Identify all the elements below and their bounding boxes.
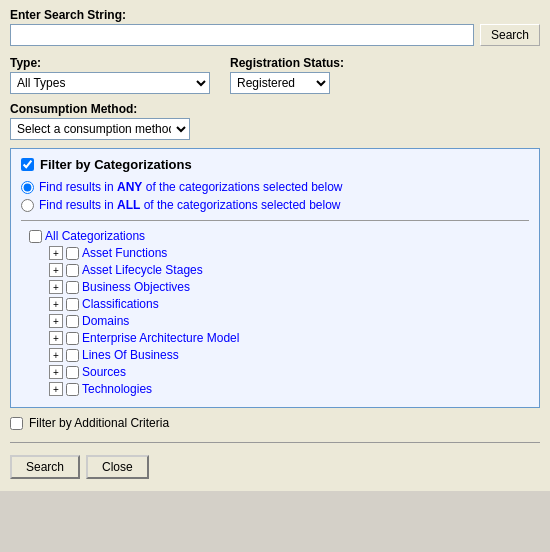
- search-bottom-button[interactable]: Search: [10, 455, 80, 479]
- tree-item: + Classifications: [49, 297, 529, 311]
- bottom-divider: [10, 442, 540, 443]
- registration-status-select[interactable]: Registered Unregistered Any: [230, 72, 330, 94]
- tree-item: + Enterprise Architecture Model: [49, 331, 529, 345]
- tree-item: + Asset Functions: [49, 246, 529, 260]
- search-string-label: Enter Search String:: [10, 8, 540, 22]
- tree-item: + Sources: [49, 365, 529, 379]
- expand-icon[interactable]: +: [49, 263, 63, 277]
- tree-item-link[interactable]: Lines Of Business: [82, 348, 179, 362]
- radio-all-label: Find results in ALL of the categorizatio…: [39, 198, 340, 212]
- tree-checkbox[interactable]: [66, 315, 79, 328]
- search-input-row: Search: [10, 24, 540, 46]
- tree-item: + Technologies: [49, 382, 529, 396]
- tree-checkbox[interactable]: [66, 349, 79, 362]
- close-button[interactable]: Close: [86, 455, 149, 479]
- tree-checkbox[interactable]: [66, 366, 79, 379]
- type-registration-row: Type: All Types Type A Type B Registrati…: [10, 56, 540, 94]
- expand-icon[interactable]: +: [49, 365, 63, 379]
- tree-checkbox[interactable]: [66, 247, 79, 260]
- tree-root-link[interactable]: All Categorizations: [45, 229, 145, 243]
- filter-categorizations-box: Filter by Categorizations Find results i…: [10, 148, 540, 408]
- divider: [21, 220, 529, 221]
- tree-item-link[interactable]: Classifications: [82, 297, 159, 311]
- filter-additional-label: Filter by Additional Criteria: [29, 416, 169, 430]
- registration-status-label: Registration Status:: [230, 56, 344, 70]
- type-select[interactable]: All Types Type A Type B: [10, 72, 210, 94]
- filter-additional-checkbox[interactable]: [10, 417, 23, 430]
- expand-icon[interactable]: +: [49, 314, 63, 328]
- consumption-method-label: Consumption Method:: [10, 102, 540, 116]
- expand-icon[interactable]: +: [49, 297, 63, 311]
- radio-all[interactable]: [21, 199, 34, 212]
- filter-additional-row: Filter by Additional Criteria: [10, 416, 540, 430]
- search-top-button[interactable]: Search: [480, 24, 540, 46]
- filter-cat-title: Filter by Categorizations: [40, 157, 192, 172]
- expand-icon[interactable]: +: [49, 382, 63, 396]
- search-input[interactable]: [10, 24, 474, 46]
- tree-item: + Lines Of Business: [49, 348, 529, 362]
- expand-icon[interactable]: +: [49, 331, 63, 345]
- filter-cat-header: Filter by Categorizations: [21, 157, 529, 172]
- tree-item: + Asset Lifecycle Stages: [49, 263, 529, 277]
- radio-all-row: Find results in ALL of the categorizatio…: [21, 198, 529, 212]
- type-label: Type:: [10, 56, 210, 70]
- tree-item-link[interactable]: Domains: [82, 314, 129, 328]
- consumption-method-row: Consumption Method: Select a consumption…: [10, 102, 540, 140]
- registration-status-field-group: Registration Status: Registered Unregist…: [230, 56, 344, 94]
- radio-any[interactable]: [21, 181, 34, 194]
- tree-item-link[interactable]: Asset Lifecycle Stages: [82, 263, 203, 277]
- tree-item: + Domains: [49, 314, 529, 328]
- tree-root-item: All Categorizations: [29, 229, 529, 243]
- tree-checkbox[interactable]: [66, 332, 79, 345]
- tree-item: + Business Objectives: [49, 280, 529, 294]
- tree-checkbox[interactable]: [66, 383, 79, 396]
- consumption-method-select[interactable]: Select a consumption method Method A Met…: [10, 118, 190, 140]
- tree-item-link[interactable]: Sources: [82, 365, 126, 379]
- tree-item-link[interactable]: Technologies: [82, 382, 152, 396]
- radio-any-label: Find results in ANY of the categorizatio…: [39, 180, 343, 194]
- tree-checkbox[interactable]: [66, 281, 79, 294]
- expand-icon[interactable]: +: [49, 246, 63, 260]
- tree-children: + Asset Functions + Asset Lifecycle Stag…: [29, 246, 529, 396]
- expand-icon[interactable]: +: [49, 280, 63, 294]
- type-field-group: Type: All Types Type A Type B: [10, 56, 210, 94]
- tree-checkbox[interactable]: [66, 264, 79, 277]
- tree-root-checkbox[interactable]: [29, 230, 42, 243]
- tree-item-link[interactable]: Enterprise Architecture Model: [82, 331, 239, 345]
- categorization-tree: All Categorizations + Asset Functions + …: [21, 229, 529, 396]
- main-container: Enter Search String: Search Type: All Ty…: [0, 0, 550, 491]
- tree-item-link[interactable]: Business Objectives: [82, 280, 190, 294]
- filter-cat-checkbox[interactable]: [21, 158, 34, 171]
- tree-checkbox[interactable]: [66, 298, 79, 311]
- expand-icon[interactable]: +: [49, 348, 63, 362]
- search-string-row: Enter Search String: Search: [10, 8, 540, 46]
- tree-item-link[interactable]: Asset Functions: [82, 246, 167, 260]
- bottom-buttons: Search Close: [10, 451, 540, 483]
- radio-any-row: Find results in ANY of the categorizatio…: [21, 180, 529, 194]
